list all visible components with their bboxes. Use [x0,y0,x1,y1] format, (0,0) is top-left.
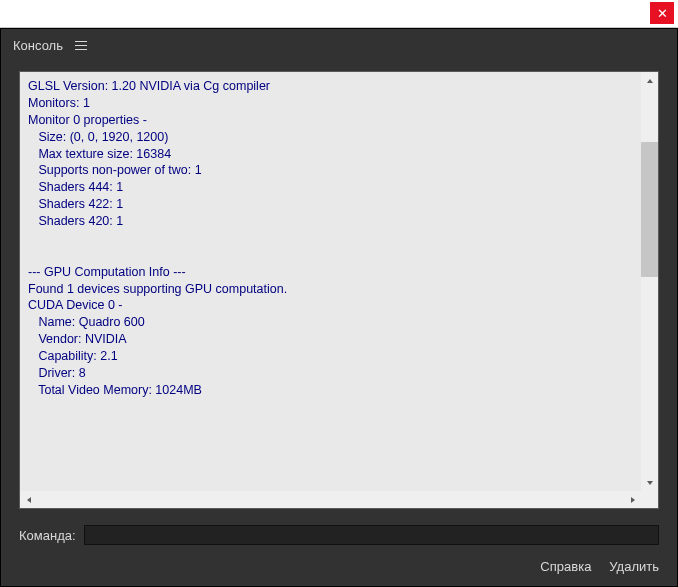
footer: Справка Удалить [1,551,677,586]
command-input[interactable] [84,525,659,545]
scroll-corner [641,491,658,508]
close-icon: ✕ [657,6,668,21]
log-output[interactable]: GLSL Version: 1.20 NVIDIA via Cg compile… [20,72,658,491]
delete-button[interactable]: Удалить [609,559,659,574]
horizontal-scrollbar[interactable] [20,491,641,508]
panel-title: Консоль [13,38,63,53]
command-row: Команда: [1,515,677,551]
scroll-up-icon[interactable] [641,72,658,89]
command-label: Команда: [19,528,76,543]
console-body: GLSL Version: 1.20 NVIDIA via Cg compile… [19,71,659,509]
panel-header: Консоль [1,29,677,61]
scroll-thumb[interactable] [641,142,658,277]
scroll-left-icon[interactable] [20,491,37,508]
vertical-scrollbar[interactable] [641,72,658,491]
close-button[interactable]: ✕ [650,2,674,24]
titlebar: ✕ [0,0,678,28]
console-window: ✕ Консоль GLSL Version: 1.20 NVIDIA via … [0,0,678,587]
console-panel: Консоль GLSL Version: 1.20 NVIDIA via Cg… [0,28,678,587]
menu-icon[interactable] [75,41,87,50]
scroll-down-icon[interactable] [641,474,658,491]
scroll-right-icon[interactable] [624,491,641,508]
log-container: GLSL Version: 1.20 NVIDIA via Cg compile… [19,71,659,509]
help-button[interactable]: Справка [540,559,591,574]
